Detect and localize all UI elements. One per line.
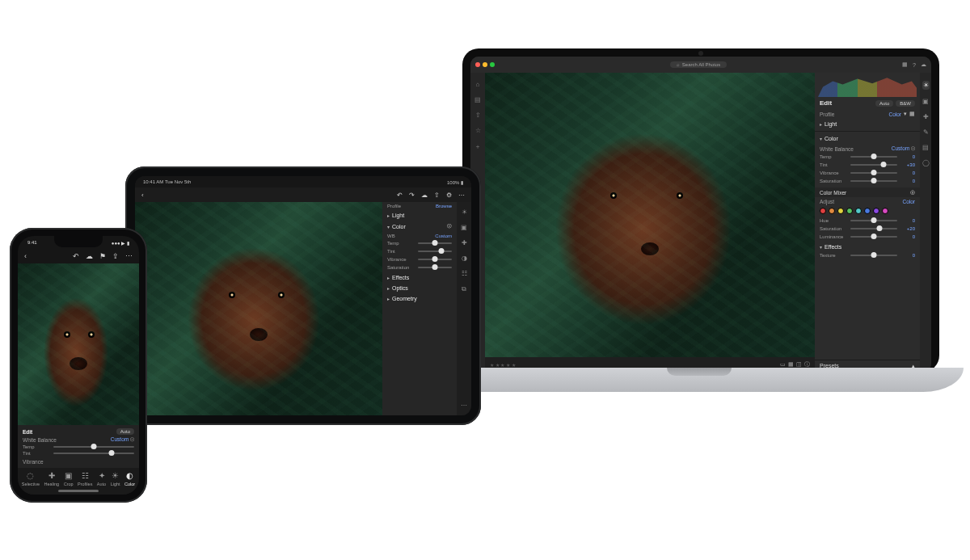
color-swatch[interactable] — [829, 208, 835, 214]
luminance-slider[interactable]: Luminance 0 — [815, 234, 920, 242]
more-icon[interactable]: ⋯ — [458, 192, 465, 199]
auto-button[interactable]: Auto — [116, 428, 134, 435]
section-effects[interactable]: ▾ Effects — [815, 242, 920, 252]
tab-crop[interactable]: ▣Crop — [64, 471, 74, 486]
linear-tool-icon[interactable]: ▤ — [922, 144, 929, 151]
saturation-slider[interactable]: Saturation — [382, 264, 457, 272]
tab-color[interactable]: ◐Color — [124, 471, 135, 486]
eyedropper-icon[interactable]: ⦾ — [911, 145, 915, 151]
help-icon[interactable]: ? — [913, 62, 916, 68]
mixer-adjust-row[interactable]: Adjust Color — [815, 197, 920, 206]
tint-slider[interactable]: Tint — [382, 248, 457, 256]
close-window-button[interactable] — [475, 62, 480, 67]
section-color-mixer[interactable]: Color Mixer ◎ — [815, 187, 920, 197]
photo-canvas[interactable] — [18, 263, 139, 425]
section-optics[interactable]: ▸ Optics — [382, 283, 457, 293]
wb-row[interactable]: WB Custom — [382, 232, 457, 240]
grid-icon[interactable]: ▦ — [788, 361, 794, 368]
browse-label[interactable]: Browse — [436, 204, 452, 208]
flag-icon[interactable]: ⚑ — [99, 252, 106, 260]
auto-button[interactable]: Auto — [875, 100, 893, 107]
section-light[interactable]: ▸ Light — [815, 119, 920, 129]
undo-icon[interactable]: ↶ — [73, 252, 79, 260]
color-swatch[interactable] — [873, 208, 879, 214]
masking-tool-icon[interactable]: ◑ — [462, 255, 467, 262]
section-geometry[interactable]: ▸ Geometry — [382, 293, 457, 304]
adjust-tool-icon[interactable]: ☀ — [922, 81, 930, 90]
target-icon[interactable]: ◎ — [910, 189, 915, 196]
slider-track[interactable] — [850, 220, 897, 221]
slider-track[interactable] — [850, 172, 897, 174]
slider-track[interactable] — [850, 156, 897, 158]
tab-light[interactable]: ☀Light — [111, 471, 120, 486]
crop-tool-icon[interactable]: ▣ — [461, 224, 467, 231]
home-indicator[interactable] — [58, 490, 99, 492]
healing-tool-icon[interactable]: ✚ — [462, 239, 467, 246]
tab-healing[interactable]: ✚Healing — [44, 471, 60, 486]
minimize-window-button[interactable] — [483, 62, 487, 67]
section-light[interactable]: ▸ Light — [382, 210, 457, 221]
radial-tool-icon[interactable]: ◯ — [922, 159, 930, 166]
profile-row[interactable]: Profile Color ▾ ▦ — [815, 109, 920, 119]
color-swatch[interactable] — [820, 208, 826, 214]
hue-slider[interactable]: Hue 0 — [815, 217, 920, 225]
tab-selective[interactable]: ◌Selective — [22, 471, 40, 486]
eyedropper-icon[interactable]: ⦾ — [130, 436, 134, 442]
wb-value[interactable]: Custom — [892, 145, 909, 151]
more-icon[interactable]: ⋯ — [461, 402, 467, 409]
slider-track[interactable] — [850, 255, 897, 256]
section-color[interactable]: ▾ Color ⦾ — [382, 221, 457, 232]
wb-row[interactable]: White Balance Custom ⦾ — [23, 436, 134, 443]
back-button[interactable]: ‹ — [141, 192, 144, 199]
temp-slider[interactable]: Temp — [382, 240, 457, 248]
library-icon[interactable]: ▤ — [474, 96, 481, 103]
color-swatch[interactable] — [864, 208, 871, 214]
shared-icon[interactable]: ⇪ — [475, 112, 481, 119]
vibrance-slider[interactable]: Vibrance — [382, 256, 457, 264]
color-swatch[interactable] — [855, 208, 862, 214]
fit-icon[interactable]: ▭ — [780, 361, 786, 368]
compare-icon[interactable]: ◫ — [796, 361, 802, 368]
vibrance-slider[interactable]: Vibrance 0 — [815, 170, 920, 178]
histogram[interactable] — [818, 74, 917, 97]
adjust-tool-icon[interactable]: ☀ — [462, 208, 467, 216]
slider-track[interactable] — [850, 236, 897, 238]
back-button[interactable]: ‹ — [24, 252, 27, 260]
section-color[interactable]: ▾ Color — [815, 133, 920, 144]
slider-track[interactable] — [850, 180, 897, 182]
cloud-sync-icon[interactable]: ☁ — [921, 61, 926, 68]
profile-grid-icon[interactable]: ▦ — [909, 111, 915, 117]
photo-canvas[interactable] — [135, 202, 382, 415]
texture-slider[interactable]: Texture 0 — [815, 252, 920, 260]
temp-slider[interactable]: Temp 0 — [815, 154, 920, 162]
color-swatch[interactable] — [837, 208, 844, 214]
brush-tool-icon[interactable]: ✎ — [923, 128, 929, 136]
share-icon[interactable]: ⇪ — [112, 252, 119, 260]
color-swatch[interactable] — [846, 208, 853, 214]
fullscreen-window-button[interactable] — [490, 62, 495, 67]
slider-track[interactable] — [850, 228, 897, 229]
saturation2-slider[interactable]: Saturation +20 — [815, 225, 920, 234]
healing-tool-icon[interactable]: ✚ — [923, 113, 929, 120]
color-swatch[interactable] — [882, 208, 888, 214]
plus-icon[interactable]: ＋ — [474, 142, 481, 151]
redo-icon[interactable]: ↷ — [409, 192, 415, 199]
profile-row[interactable]: Profile Browse — [382, 202, 457, 210]
tab-profiles[interactable]: ☷Profiles — [78, 471, 92, 486]
versions-icon[interactable]: ⧉ — [462, 285, 466, 293]
search-input[interactable]: ⌕ Search All Photos — [670, 61, 727, 68]
presets-icon[interactable]: ☷ — [462, 270, 467, 277]
tab-auto[interactable]: ✦Auto — [97, 471, 106, 486]
crop-tool-icon[interactable]: ▣ — [922, 98, 929, 105]
share-icon[interactable]: ⇪ — [434, 192, 440, 199]
settings-icon[interactable]: ⚙ — [446, 192, 452, 199]
undo-icon[interactable]: ↶ — [397, 192, 403, 199]
tint-slider[interactable]: Tint +30 — [815, 162, 920, 170]
slider-track[interactable] — [850, 164, 897, 166]
rating-stars[interactable]: ★ ★ ★ ★ ★ — [490, 362, 516, 368]
section-effects[interactable]: ▸ Effects — [382, 272, 457, 283]
saturation-slider[interactable]: Saturation 0 — [815, 178, 920, 186]
more-icon[interactable]: ⋯ — [125, 252, 133, 260]
bw-button[interactable]: B&W — [896, 100, 915, 107]
home-icon[interactable]: ⌂ — [476, 81, 480, 88]
